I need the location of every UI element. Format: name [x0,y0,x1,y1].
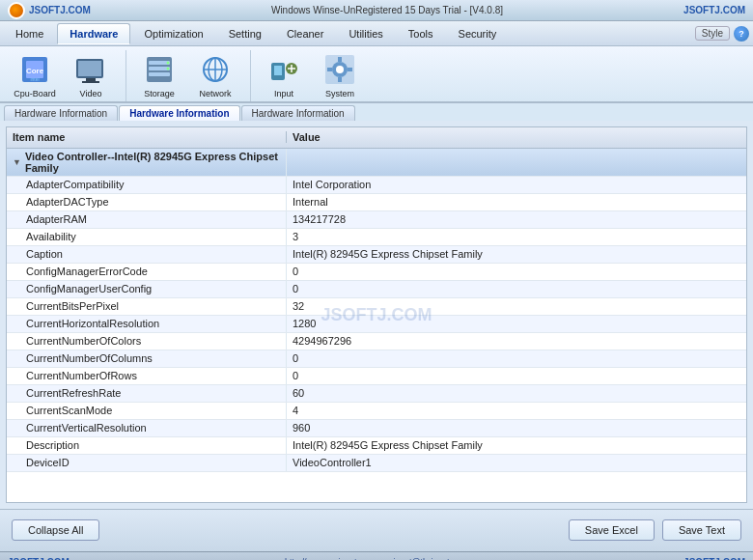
video-icon [73,52,108,87]
video-label: Video [80,89,102,99]
network-icon [198,52,233,87]
table-row: ConfigManagerUserConfig 0 [7,281,746,298]
save-text-button[interactable]: Save Text [662,519,741,541]
ribbon-icons: Core intel Cpu-Board Video [8,50,745,101]
app-title: Windows Winse-UnRegistered 15 Days Trial… [91,5,683,15]
sub-tab-hw-3[interactable]: Hardware Information [241,105,355,121]
svg-rect-27 [338,77,342,82]
cell-item-value: 134217728 [287,211,351,228]
footer: JSOFTJ.COM http://www.nwinset.com winset… [0,551,753,560]
system-icon [322,52,357,87]
cell-item-name: CurrentNumberOfRows [7,368,287,384]
table-body[interactable]: ▼ Video Controller--Intel(R) 82945G Expr… [7,149,746,502]
table-row: AdapterCompatibility Intel Corporation [7,177,746,194]
menu-cleaner[interactable]: Cleaner [275,23,336,44]
ribbon-group-1: Core intel Cpu-Board Video [8,50,126,101]
logo-left: JSOFTJ.COM [8,2,91,19]
table-row: CurrentNumberOfColors 4294967296 [7,333,746,350]
sub-tab-hw-1[interactable]: Hardware Information [4,105,118,121]
svg-rect-7 [82,81,99,83]
logo-icon [8,2,25,19]
cell-item-name: CurrentRefreshRate [7,385,287,402]
col-name-header: Item name [7,131,287,143]
ribbon-group-3: Input System [257,50,375,101]
menu-home[interactable]: Home [4,23,55,44]
table-row: ConfigManagerErrorCode 0 [7,264,746,281]
cell-item-value: 0 [287,264,304,280]
ribbon-btn-storage[interactable]: Storage [132,50,186,101]
table-row: Availability 3 [7,229,746,246]
cell-item-name: CurrentScanMode [7,403,287,419]
title-bar: JSOFTJ.COM Windows Winse-UnRegistered 15… [0,0,753,21]
cell-item-name: CurrentVerticalResolution [7,420,287,436]
cell-item-value: 960 [287,420,316,436]
col-value-header: Value [287,131,326,143]
cpu-board-icon: Core intel [17,52,52,87]
main-content: JSOFTJ.COM Item name Value ▼ Video Contr… [0,121,753,509]
ribbon-group-2: Storage Network [132,50,251,101]
ribbon-btn-video[interactable]: Video [64,50,118,101]
cell-item-name: ConfigManagerUserConfig [7,281,287,297]
cell-item-value: Internal [287,194,334,210]
table-row: AdapterRAM 134217728 [7,211,746,229]
svg-text:Core: Core [26,67,44,75]
svg-rect-6 [86,78,96,81]
cell-item-value: 3 [287,229,304,245]
svg-rect-11 [149,72,170,76]
cell-item-name: CurrentBitsPerPixel [7,298,287,315]
cell-item-name: AdapterCompatibility [7,177,287,193]
table-row: ▼ Video Controller--Intel(R) 82945G Expr… [7,149,746,177]
cell-item-value: Intel(R) 82945G Express Chipset Family [287,437,488,454]
menu-tools[interactable]: Tools [397,23,445,44]
cell-group-value [287,149,298,176]
cell-item-name: CurrentNumberOfColors [7,333,287,350]
menu-optimization[interactable]: Optimization [132,23,214,44]
cell-group-name: ▼ Video Controller--Intel(R) 82945G Expr… [7,149,287,176]
ribbon: Core intel Cpu-Board Video [0,46,753,103]
cell-item-name: ConfigManagerErrorCode [7,264,287,280]
sub-tab-hw-2[interactable]: Hardware Information [119,105,239,121]
style-button[interactable]: Style [695,26,730,41]
menu-hardware[interactable]: Hardware [57,23,130,44]
svg-rect-19 [274,66,282,75]
svg-text:intel: intel [30,76,39,82]
menu-bar: Home Hardware Optimization Setting Clean… [0,21,753,46]
svg-point-13 [167,68,170,70]
menu-security[interactable]: Security [447,23,509,44]
cell-item-value: 4294967296 [287,333,357,350]
table-row: AdapterDACType Internal [7,194,746,211]
cell-item-value: 32 [287,298,310,315]
table-header: Item name Value [7,127,746,149]
table-row: CurrentBitsPerPixel 32 [7,298,746,316]
svg-rect-26 [338,57,342,62]
cell-item-value: Intel(R) 82945G Express Chipset Family [287,246,488,263]
table-row: CurrentNumberOfColumns 0 [7,350,746,368]
storage-label: Storage [144,89,175,99]
table-row: Description Intel(R) 82945G Express Chip… [7,437,746,455]
svg-rect-29 [348,68,352,71]
sub-tabs: Hardware Information Hardware Informatio… [0,103,753,121]
menu-setting[interactable]: Setting [217,23,273,44]
table-row: CurrentScanMode 4 [7,403,746,420]
cell-item-value: VideoController1 [287,455,377,471]
ribbon-btn-network[interactable]: Network [188,50,242,101]
cell-item-name: AdapterDACType [7,194,287,210]
ribbon-btn-cpu-board[interactable]: Core intel Cpu-Board [8,50,62,101]
svg-point-12 [167,62,170,65]
table-row: DeviceID VideoController1 [7,455,746,472]
ribbon-btn-input[interactable]: Input [257,50,311,101]
collapse-icon: ▼ [13,157,21,167]
ribbon-btn-system[interactable]: System [313,50,367,101]
table-row: CurrentNumberOfRows 0 [7,368,746,385]
cell-item-value: 1280 [287,316,321,332]
menu-utilities[interactable]: Utilities [337,23,394,44]
cell-item-name: CurrentHorizontalResolution [7,316,287,332]
save-excel-button[interactable]: Save Excel [569,519,655,541]
cell-item-name: DeviceID [7,455,287,471]
brand-left: JSOFTJ.COM [29,5,91,15]
svg-point-25 [336,66,344,73]
help-button[interactable]: ? [734,26,749,42]
collapse-all-button[interactable]: Collapse All [12,519,99,541]
cell-item-value: Intel Corporation [287,177,376,193]
input-label: Input [274,89,293,99]
